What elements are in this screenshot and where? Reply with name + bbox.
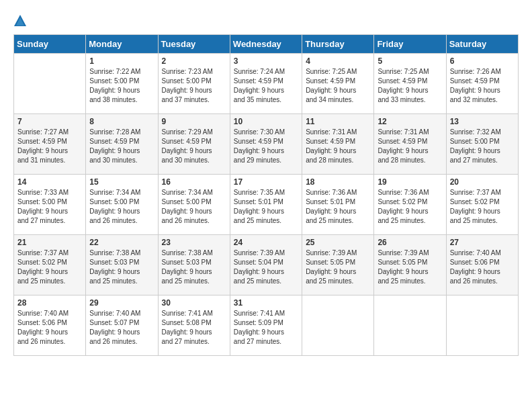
day-number: 17 xyxy=(234,177,298,187)
day-number: 11 xyxy=(306,117,370,126)
calendar-table: SundayMondayTuesdayWednesdayThursdayFrid… xyxy=(13,34,519,356)
day-number: 23 xyxy=(162,238,226,247)
day-number: 5 xyxy=(378,56,442,66)
calendar-cell: 15Sunrise: 7:34 AM Sunset: 5:00 PM Dayli… xyxy=(86,175,158,235)
calendar-cell: 21Sunrise: 7:37 AM Sunset: 5:02 PM Dayli… xyxy=(14,235,86,295)
calendar-body: 1Sunrise: 7:22 AM Sunset: 5:00 PM Daylig… xyxy=(14,54,519,356)
calendar-cell: 6Sunrise: 7:26 AM Sunset: 4:59 PM Daylig… xyxy=(446,54,518,114)
weekday-header-sunday: Sunday xyxy=(14,35,86,54)
day-number: 14 xyxy=(17,177,82,187)
day-info: Sunrise: 7:34 AM Sunset: 5:00 PM Dayligh… xyxy=(89,188,154,226)
calendar-cell: 31Sunrise: 7:41 AM Sunset: 5:09 PM Dayli… xyxy=(230,295,302,356)
day-number: 6 xyxy=(450,56,515,66)
calendar-cell: 8Sunrise: 7:28 AM Sunset: 4:59 PM Daylig… xyxy=(86,114,158,175)
day-info: Sunrise: 7:34 AM Sunset: 5:00 PM Dayligh… xyxy=(162,188,226,226)
day-info: Sunrise: 7:32 AM Sunset: 5:00 PM Dayligh… xyxy=(450,128,515,165)
day-number: 27 xyxy=(450,238,515,247)
day-number: 9 xyxy=(162,117,226,126)
day-info: Sunrise: 7:27 AM Sunset: 4:59 PM Dayligh… xyxy=(17,128,82,165)
day-info: Sunrise: 7:39 AM Sunset: 5:05 PM Dayligh… xyxy=(306,248,370,286)
calendar-cell xyxy=(302,295,374,356)
day-info: Sunrise: 7:26 AM Sunset: 4:59 PM Dayligh… xyxy=(450,67,515,105)
day-info: Sunrise: 7:29 AM Sunset: 4:59 PM Dayligh… xyxy=(162,128,226,165)
calendar-cell: 5Sunrise: 7:25 AM Sunset: 4:59 PM Daylig… xyxy=(374,54,446,114)
calendar-week-row: 7Sunrise: 7:27 AM Sunset: 4:59 PM Daylig… xyxy=(14,114,519,175)
day-number: 1 xyxy=(89,56,154,66)
weekday-header-friday: Friday xyxy=(374,35,446,54)
calendar-week-row: 14Sunrise: 7:33 AM Sunset: 5:00 PM Dayli… xyxy=(14,175,519,235)
day-number: 31 xyxy=(234,298,298,308)
calendar-cell: 4Sunrise: 7:25 AM Sunset: 4:59 PM Daylig… xyxy=(302,54,374,114)
day-number: 12 xyxy=(378,117,442,126)
day-info: Sunrise: 7:37 AM Sunset: 5:02 PM Dayligh… xyxy=(17,248,82,286)
calendar-cell: 10Sunrise: 7:30 AM Sunset: 4:59 PM Dayli… xyxy=(230,114,302,175)
day-info: Sunrise: 7:38 AM Sunset: 5:03 PM Dayligh… xyxy=(89,248,154,286)
calendar-cell: 28Sunrise: 7:40 AM Sunset: 5:06 PM Dayli… xyxy=(14,295,86,356)
day-number: 22 xyxy=(89,238,154,247)
calendar-cell: 30Sunrise: 7:41 AM Sunset: 5:08 PM Dayli… xyxy=(158,295,230,356)
calendar-cell xyxy=(14,54,86,114)
day-info: Sunrise: 7:40 AM Sunset: 5:06 PM Dayligh… xyxy=(450,248,515,286)
day-info: Sunrise: 7:25 AM Sunset: 4:59 PM Dayligh… xyxy=(378,67,442,105)
day-number: 24 xyxy=(234,238,298,247)
calendar-cell: 11Sunrise: 7:31 AM Sunset: 4:59 PM Dayli… xyxy=(302,114,374,175)
day-number: 8 xyxy=(89,117,154,126)
logo xyxy=(13,13,30,28)
day-info: Sunrise: 7:31 AM Sunset: 4:59 PM Dayligh… xyxy=(378,128,442,165)
calendar-week-row: 28Sunrise: 7:40 AM Sunset: 5:06 PM Dayli… xyxy=(14,295,519,356)
day-info: Sunrise: 7:31 AM Sunset: 4:59 PM Dayligh… xyxy=(306,128,370,165)
day-number: 19 xyxy=(378,177,442,187)
day-info: Sunrise: 7:38 AM Sunset: 5:03 PM Dayligh… xyxy=(162,248,226,286)
calendar-cell xyxy=(374,295,446,356)
weekday-header-monday: Monday xyxy=(86,35,158,54)
weekday-header-wednesday: Wednesday xyxy=(230,35,302,54)
day-info: Sunrise: 7:39 AM Sunset: 5:05 PM Dayligh… xyxy=(378,248,442,286)
calendar-cell: 16Sunrise: 7:34 AM Sunset: 5:00 PM Dayli… xyxy=(158,175,230,235)
calendar-cell: 9Sunrise: 7:29 AM Sunset: 4:59 PM Daylig… xyxy=(158,114,230,175)
day-number: 16 xyxy=(162,177,226,187)
day-info: Sunrise: 7:39 AM Sunset: 5:04 PM Dayligh… xyxy=(234,248,298,286)
calendar-cell: 7Sunrise: 7:27 AM Sunset: 4:59 PM Daylig… xyxy=(14,114,86,175)
weekday-header-saturday: Saturday xyxy=(446,35,518,54)
day-number: 13 xyxy=(450,117,515,126)
day-info: Sunrise: 7:40 AM Sunset: 5:06 PM Dayligh… xyxy=(17,309,82,347)
calendar-cell: 3Sunrise: 7:24 AM Sunset: 4:59 PM Daylig… xyxy=(230,54,302,114)
day-number: 30 xyxy=(162,298,226,308)
calendar-cell: 20Sunrise: 7:37 AM Sunset: 5:02 PM Dayli… xyxy=(446,175,518,235)
calendar-cell: 27Sunrise: 7:40 AM Sunset: 5:06 PM Dayli… xyxy=(446,235,518,295)
calendar-cell: 2Sunrise: 7:23 AM Sunset: 5:00 PM Daylig… xyxy=(158,54,230,114)
day-info: Sunrise: 7:33 AM Sunset: 5:00 PM Dayligh… xyxy=(17,188,82,226)
day-info: Sunrise: 7:36 AM Sunset: 5:01 PM Dayligh… xyxy=(306,188,370,226)
day-info: Sunrise: 7:41 AM Sunset: 5:08 PM Dayligh… xyxy=(162,309,226,347)
day-number: 15 xyxy=(89,177,154,187)
calendar-header: SundayMondayTuesdayWednesdayThursdayFrid… xyxy=(14,35,519,54)
calendar-cell: 24Sunrise: 7:39 AM Sunset: 5:04 PM Dayli… xyxy=(230,235,302,295)
calendar-cell: 26Sunrise: 7:39 AM Sunset: 5:05 PM Dayli… xyxy=(374,235,446,295)
day-number: 4 xyxy=(306,56,370,66)
weekday-header-thursday: Thursday xyxy=(302,35,374,54)
day-info: Sunrise: 7:40 AM Sunset: 5:07 PM Dayligh… xyxy=(89,309,154,347)
calendar-week-row: 1Sunrise: 7:22 AM Sunset: 5:00 PM Daylig… xyxy=(14,54,519,114)
day-number: 10 xyxy=(234,117,298,126)
day-number: 25 xyxy=(306,238,370,247)
day-number: 2 xyxy=(162,56,226,66)
day-info: Sunrise: 7:28 AM Sunset: 4:59 PM Dayligh… xyxy=(89,128,154,165)
day-info: Sunrise: 7:37 AM Sunset: 5:02 PM Dayligh… xyxy=(450,188,515,226)
header xyxy=(13,13,519,28)
day-info: Sunrise: 7:25 AM Sunset: 4:59 PM Dayligh… xyxy=(306,67,370,105)
calendar-cell: 19Sunrise: 7:36 AM Sunset: 5:02 PM Dayli… xyxy=(374,175,446,235)
day-number: 7 xyxy=(17,117,82,126)
day-info: Sunrise: 7:35 AM Sunset: 5:01 PM Dayligh… xyxy=(234,188,298,226)
calendar-cell: 18Sunrise: 7:36 AM Sunset: 5:01 PM Dayli… xyxy=(302,175,374,235)
logo-icon xyxy=(13,14,27,28)
calendar-cell: 1Sunrise: 7:22 AM Sunset: 5:00 PM Daylig… xyxy=(86,54,158,114)
calendar-cell: 25Sunrise: 7:39 AM Sunset: 5:05 PM Dayli… xyxy=(302,235,374,295)
day-info: Sunrise: 7:23 AM Sunset: 5:00 PM Dayligh… xyxy=(162,67,226,105)
weekday-header-tuesday: Tuesday xyxy=(158,35,230,54)
day-number: 29 xyxy=(89,298,154,308)
day-info: Sunrise: 7:24 AM Sunset: 4:59 PM Dayligh… xyxy=(234,67,298,105)
calendar-cell: 13Sunrise: 7:32 AM Sunset: 5:00 PM Dayli… xyxy=(446,114,518,175)
day-number: 18 xyxy=(306,177,370,187)
calendar-cell xyxy=(446,295,518,356)
day-info: Sunrise: 7:41 AM Sunset: 5:09 PM Dayligh… xyxy=(234,309,298,347)
